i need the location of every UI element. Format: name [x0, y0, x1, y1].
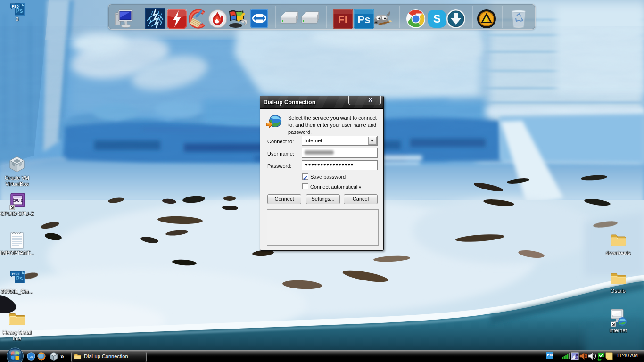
svg-text:CPU-Z: CPU-Z: [13, 199, 23, 202]
svg-text:Ps: Ps: [358, 14, 371, 25]
svg-text:Ps: Ps: [16, 8, 23, 14]
svg-text:Fl: Fl: [338, 14, 347, 25]
svg-text:PSD: PSD: [12, 272, 18, 276]
svg-text:35: 35: [30, 355, 33, 358]
svg-text:S: S: [433, 12, 441, 25]
svg-text:»: »: [60, 353, 64, 360]
svg-text:PSD: PSD: [12, 5, 18, 8]
svg-text:Ps: Ps: [16, 275, 23, 282]
